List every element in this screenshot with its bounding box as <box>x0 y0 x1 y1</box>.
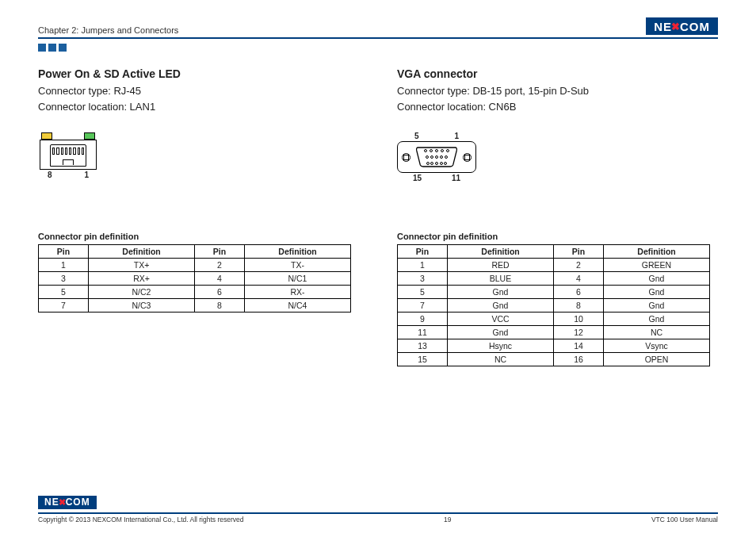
vga-top-right-label: 1 <box>454 132 459 140</box>
pin-cell: 10 <box>553 313 603 326</box>
right-section-description: Connector type: DB-15 port, 15-pin D-Sub… <box>397 83 718 114</box>
pin-cell: 7 <box>398 299 448 313</box>
definition-cell: N/C2 <box>89 286 195 299</box>
table-row: 7N/C38N/C4 <box>39 299 351 313</box>
table-row: 3BLUE4Gnd <box>398 272 710 286</box>
pin-cell: 4 <box>553 272 603 286</box>
definition-cell: Gnd <box>448 299 554 313</box>
vga-screw-left-icon <box>402 153 410 162</box>
right-table-title: Connector pin definition <box>397 232 718 241</box>
definition-cell: RED <box>448 259 554 272</box>
nexcom-logo: NE✖COM <box>646 17 718 35</box>
pin-cell: 2 <box>194 259 244 272</box>
footer-page-number: 19 <box>244 516 651 523</box>
header-rule <box>38 37 718 39</box>
footer-rule <box>38 512 718 514</box>
pin-cell: 7 <box>39 299 89 313</box>
definition-cell: Gnd <box>448 286 554 299</box>
rj45-pin-table: Pin Definition Pin Definition 1TX+2TX-3R… <box>38 244 351 313</box>
table-row: 11Gnd12NC <box>398 326 710 339</box>
definition-cell: NC <box>448 353 554 366</box>
decorative-squares <box>38 44 718 52</box>
vga-bot-left-label: 15 <box>413 174 422 182</box>
pin-cell: 14 <box>553 339 603 353</box>
table-row: 1TX+2TX- <box>39 259 351 272</box>
right-section-title: VGA connector <box>397 67 718 80</box>
definition-cell: Hsync <box>448 339 554 353</box>
rj45-pin1-label: 1 <box>84 171 89 179</box>
definition-cell: RX- <box>245 286 351 299</box>
pin-cell: 5 <box>39 286 89 299</box>
th-pin1: Pin <box>398 245 448 259</box>
footer-copyright: Copyright © 2013 NEXCOM International Co… <box>38 516 244 523</box>
rj45-led-left-icon <box>41 132 52 140</box>
pin-cell: 4 <box>194 272 244 286</box>
left-section-title: Power On & SD Active LED <box>38 67 359 80</box>
table-row: 3RX+4N/C1 <box>39 272 351 286</box>
th-def2: Definition <box>604 245 710 259</box>
definition-cell: GREEN <box>604 259 710 272</box>
definition-cell: Gnd <box>604 313 710 326</box>
definition-cell: VCC <box>448 313 554 326</box>
vga-bot-right-label: 11 <box>452 174 460 182</box>
header: Chapter 2: Jumpers and Connectors NE✖COM <box>38 16 718 35</box>
th-def1: Definition <box>89 245 195 259</box>
vga-screw-right-icon <box>463 153 472 162</box>
definition-cell: RX+ <box>89 272 195 286</box>
vga-top-left-label: 5 <box>414 132 419 140</box>
logo-pre: NE <box>654 20 672 33</box>
right-connector-type: Connector type: DB-15 port, 15-pin D-Sub <box>397 83 718 99</box>
th-def2: Definition <box>245 245 351 259</box>
th-pin2: Pin <box>194 245 244 259</box>
table-row: 15NC16OPEN <box>398 353 710 366</box>
table-row: 9VCC10Gnd <box>398 313 710 326</box>
pin-cell: 12 <box>553 326 603 339</box>
definition-cell: BLUE <box>448 272 554 286</box>
pin-cell: 1 <box>39 259 89 272</box>
left-connector-type: Connector type: RJ-45 <box>38 83 359 99</box>
rj45-pin8-label: 8 <box>48 171 52 179</box>
pin-cell: 16 <box>553 353 603 366</box>
rj45-led-right-icon <box>84 132 95 140</box>
left-column: Power On & SD Active LED Connector type:… <box>38 67 359 494</box>
table-row: 5Gnd6Gnd <box>398 286 710 299</box>
table-row: 13Hsync14Vsync <box>398 339 710 353</box>
th-pin1: Pin <box>39 245 89 259</box>
pin-cell: 13 <box>398 339 448 353</box>
pin-cell: 6 <box>553 286 603 299</box>
left-table-title: Connector pin definition <box>38 232 359 241</box>
left-section-description: Connector type: RJ-45 Connector location… <box>38 83 359 114</box>
table-row: 1RED2GREEN <box>398 259 710 272</box>
pin-cell: 15 <box>398 353 448 366</box>
vga-diagram: 5 1 <box>397 132 718 194</box>
table-row: 5N/C26RX- <box>39 286 351 299</box>
pin-cell: 8 <box>194 299 244 313</box>
footer-manual-name: VTC 100 User Manual <box>651 516 718 523</box>
definition-cell: NC <box>604 326 710 339</box>
left-connector-location: Connector location: LAN1 <box>38 99 359 115</box>
nexcom-footer-logo: NE✖COM <box>38 496 97 509</box>
definition-cell: OPEN <box>604 353 710 366</box>
definition-cell: Gnd <box>448 326 554 339</box>
logo-post: COM <box>680 20 710 33</box>
right-column: VGA connector Connector type: DB-15 port… <box>397 67 718 494</box>
pin-cell: 6 <box>194 286 244 299</box>
pin-cell: 1 <box>398 259 448 272</box>
pin-cell: 5 <box>398 286 448 299</box>
right-connector-location: Connector location: CN6B <box>397 99 718 115</box>
pin-cell: 3 <box>39 272 89 286</box>
definition-cell: N/C1 <box>245 272 351 286</box>
pin-cell: 2 <box>553 259 603 272</box>
pin-cell: 11 <box>398 326 448 339</box>
pin-cell: 8 <box>553 299 603 313</box>
table-header-row: Pin Definition Pin Definition <box>39 245 351 259</box>
th-def1: Definition <box>448 245 554 259</box>
footer: NE✖COM Copyright © 2013 NEXCOM Internati… <box>38 494 718 523</box>
pin-cell: 3 <box>398 272 448 286</box>
chapter-title: Chapter 2: Jumpers and Connectors <box>38 25 178 35</box>
definition-cell: Gnd <box>604 286 710 299</box>
definition-cell: Gnd <box>604 272 710 286</box>
definition-cell: TX- <box>245 259 351 272</box>
table-header-row: Pin Definition Pin Definition <box>398 245 710 259</box>
pin-cell: 9 <box>398 313 448 326</box>
